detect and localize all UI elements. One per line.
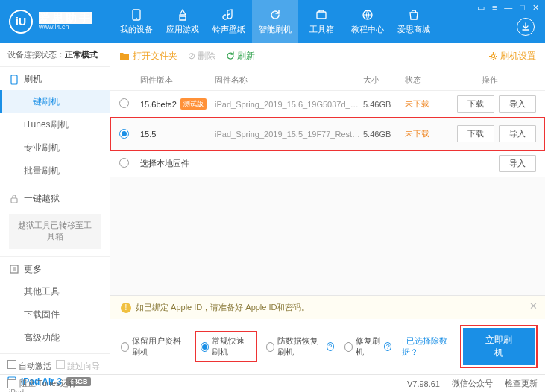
- beta-tag: 测试版: [180, 98, 207, 110]
- nav-item-0[interactable]: 我的设备: [113, 0, 160, 43]
- sidebar-item[interactable]: 下载固件: [0, 303, 110, 326]
- logo-icon: iU: [9, 10, 33, 34]
- flash-option[interactable]: 常规快速刷机: [196, 332, 256, 361]
- main-panel: 打开文件夹 ⊘ 删除 刷新 刷机设置 固件版本 固件名称 大小 状态 操作 15…: [110, 43, 545, 374]
- import-button[interactable]: 导入: [499, 95, 536, 113]
- table-header: 固件版本 固件名称 大小 状态 操作: [110, 69, 545, 91]
- download-button[interactable]: 下载: [457, 125, 494, 142]
- row-radio[interactable]: [119, 98, 129, 108]
- option-radio[interactable]: [266, 342, 274, 352]
- option-radio[interactable]: [201, 342, 209, 352]
- gear-icon: [488, 51, 498, 61]
- row-radio[interactable]: [119, 158, 129, 168]
- nav-item-6[interactable]: 爱思商城: [391, 0, 437, 43]
- col-ops: 操作: [444, 75, 536, 86]
- import-button[interactable]: 导入: [499, 125, 536, 142]
- close-warning-button[interactable]: ✕: [529, 300, 538, 312]
- svg-rect-4: [11, 75, 17, 84]
- sidebar-item[interactable]: 一键刷机: [0, 90, 110, 113]
- nav-item-4[interactable]: 工具箱: [298, 0, 344, 43]
- nav-label: 智能刷机: [259, 24, 292, 35]
- firmware-size: 5.46GB: [363, 100, 405, 109]
- nav-item-1[interactable]: 应用游戏: [160, 0, 206, 43]
- row-radio[interactable]: [119, 129, 129, 139]
- nav-item-2[interactable]: 铃声壁纸: [206, 0, 252, 43]
- refresh-icon: [226, 51, 235, 60]
- nav-icon: [222, 8, 236, 22]
- wechat-link[interactable]: 微信公众号: [452, 378, 493, 389]
- col-size: 大小: [363, 75, 405, 86]
- svg-rect-2: [317, 12, 326, 19]
- app-logo: iU 爱思助手 www.i4.cn: [9, 10, 92, 34]
- import-button[interactable]: 导入: [499, 155, 536, 172]
- sidebar-group-head[interactable]: 一键越狱: [0, 186, 110, 209]
- option-radio[interactable]: [121, 342, 129, 352]
- download-manager-icon[interactable]: [517, 18, 535, 36]
- firmware-size: 5.46GB: [363, 130, 405, 139]
- exclude-data-link[interactable]: i 已选择除数据？: [402, 335, 453, 358]
- block-itunes-checkbox[interactable]: 阻止iTunes运行: [7, 378, 77, 389]
- window-control[interactable]: □: [520, 3, 525, 13]
- folder-icon: [119, 51, 130, 60]
- sidebar-item[interactable]: 高级功能: [0, 326, 110, 350]
- lock-icon: [9, 194, 19, 204]
- check-update-link[interactable]: 检查更新: [505, 378, 538, 389]
- svg-rect-5: [11, 198, 17, 203]
- download-button[interactable]: 下载: [457, 95, 494, 113]
- option-label: 修复刷机: [356, 335, 382, 358]
- sidebar-group-head[interactable]: 刷机: [0, 67, 110, 90]
- flash-icon: [9, 75, 19, 85]
- info-icon[interactable]: ?: [327, 342, 334, 351]
- firmware-row[interactable]: 15.5iPad_Spring_2019_15.5_19F77_Restore.…: [110, 118, 545, 151]
- info-icon: i: [402, 336, 403, 345]
- bottom-bar: ! 如已绑定 Apple ID，请准备好 Apple ID和密码。 ✕ 保留用户…: [110, 295, 545, 374]
- delete-button: ⊘ 删除: [188, 50, 215, 63]
- flash-option[interactable]: 保留用户资料刷机: [121, 335, 186, 358]
- refresh-button[interactable]: 刷新: [226, 50, 255, 63]
- flash-now-button[interactable]: 立即刷机: [463, 328, 535, 365]
- nav-item-5[interactable]: 教程中心: [344, 0, 391, 43]
- top-nav: 我的设备应用游戏铃声壁纸智能刷机工具箱教程中心爱思商城: [113, 0, 437, 43]
- open-folder-label: 打开文件夹: [133, 50, 177, 63]
- window-control[interactable]: ▭: [477, 3, 485, 13]
- check-update-label: 检查更新: [505, 379, 538, 388]
- flash-settings-button[interactable]: 刷机设置: [488, 50, 536, 63]
- nav-label: 爱思商城: [397, 24, 430, 35]
- window-controls: ▭≡—□✕: [477, 3, 539, 13]
- nav-icon: [130, 8, 143, 22]
- firmware-name: iPad_Spring_2019_15.5_19F77_Restore.ipsw: [215, 130, 363, 139]
- open-folder-button[interactable]: 打开文件夹: [119, 50, 177, 63]
- block-itunes-label: 阻止iTunes运行: [19, 378, 77, 389]
- warning-banner: ! 如已绑定 Apple ID，请准备好 Apple ID和密码。 ✕: [110, 296, 545, 319]
- window-control[interactable]: ≡: [492, 3, 497, 13]
- window-control[interactable]: —: [504, 3, 512, 13]
- col-version: 固件版本: [140, 75, 215, 86]
- sidebar-item[interactable]: 专业刷机: [0, 136, 110, 159]
- option-radio[interactable]: [344, 342, 353, 352]
- info-icon[interactable]: ?: [384, 342, 391, 351]
- skip-guide-checkbox[interactable]: 跳过向导: [56, 360, 100, 372]
- nav-label: 我的设备: [120, 24, 153, 35]
- auto-activate-label: 自动激活: [19, 361, 51, 370]
- sidebar-item[interactable]: iTunes刷机: [0, 113, 110, 136]
- nav-item-3[interactable]: 智能刷机: [252, 0, 298, 43]
- sidebar-item[interactable]: 批量刷机: [0, 159, 110, 183]
- firmware-row[interactable]: 15.6beta2测试版iPad_Spring_2019_15.6_19G503…: [110, 91, 545, 118]
- firmware-status: 未下载: [405, 128, 444, 139]
- flash-option[interactable]: 防数据恢复刷机?: [266, 335, 334, 358]
- flash-option[interactable]: 修复刷机?: [344, 335, 392, 358]
- local-firmware-row[interactable]: 选择本地固件导入: [110, 151, 545, 177]
- warning-text: 如已绑定 Apple ID，请准备好 Apple ID和密码。: [136, 302, 310, 313]
- sidebar-item[interactable]: 其他工具: [0, 280, 110, 303]
- auto-activate-checkbox[interactable]: 自动激活: [7, 360, 51, 372]
- nav-label: 应用游戏: [166, 24, 199, 35]
- nav-icon: [176, 8, 189, 22]
- window-control[interactable]: ✕: [532, 3, 539, 13]
- skip-guide-label: 跳过向导: [67, 361, 100, 370]
- sidebar-group-head[interactable]: 更多: [0, 257, 110, 280]
- titlebar: iU 爱思助手 www.i4.cn 我的设备应用游戏铃声壁纸智能刷机工具箱教程中…: [0, 0, 545, 43]
- warning-icon: !: [121, 303, 131, 313]
- firmware-version: 15.6beta2: [140, 100, 177, 109]
- option-label: 保留用户资料刷机: [132, 335, 186, 358]
- nav-icon: [407, 8, 420, 22]
